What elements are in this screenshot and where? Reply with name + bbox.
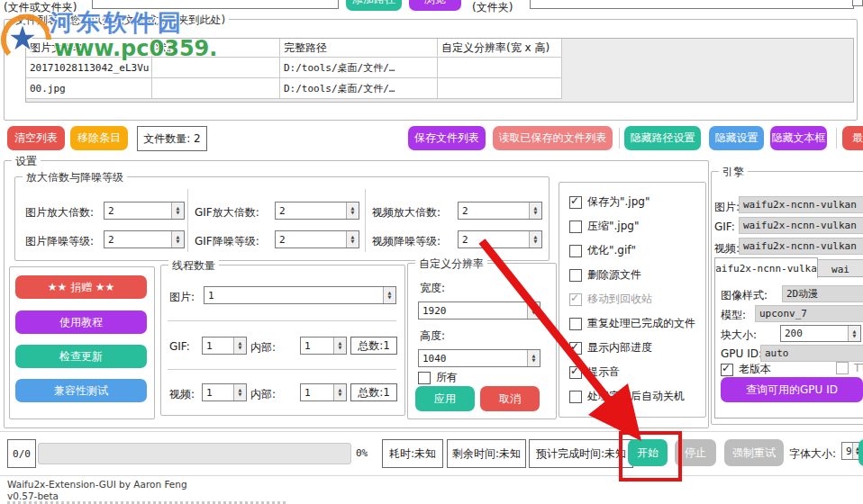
tab-waifu2x-ncnn-vulkan[interactable]: waifu2x-ncnn-vulkan [714, 257, 818, 278]
engine-image-select[interactable]: waifu2x-ncnn-vulkan [739, 196, 863, 213]
file-count-label: 文件数量: 2 [137, 126, 207, 151]
query-gpu-id-button[interactable]: 查询可用的GPU ID [721, 377, 863, 402]
cancel-button[interactable]: 取消 [480, 386, 540, 411]
gpu-id-label: GPU ID: [721, 347, 762, 360]
folder-path-input[interactable] [530, 0, 854, 9]
engine-gif-select[interactable]: waifu2x-ncnn-vulkan [739, 217, 863, 234]
thread-image-spinner[interactable]: 1▲▼ [204, 286, 396, 304]
checkbox-icon [569, 245, 582, 257]
video-scale-spinner[interactable]: 2▲▼ [458, 202, 542, 220]
clipped-red-button[interactable]: 最 [842, 126, 863, 150]
checkbox-reprocess-finished[interactable]: 重复处理已完成的文件 [569, 316, 695, 331]
image-scale-label: 图片放大倍数: [25, 205, 94, 220]
spinner-arrows-icon[interactable]: ▲▼ [529, 231, 541, 248]
table-header-status[interactable]: 状态 [152, 39, 280, 58]
old-version-checkbox[interactable]: 老版本 [721, 362, 771, 377]
progress-percent: 0% [356, 447, 368, 459]
custom-resolution-group-title: 自定义分辨率 [415, 256, 487, 272]
tta-checkbox[interactable]: TTA [836, 362, 863, 374]
model-label: 模型: [721, 308, 746, 323]
height-spinner[interactable]: 1040▲▼ [418, 349, 541, 367]
checkbox-label: TTA [854, 362, 863, 374]
file-path-input[interactable] [92, 0, 339, 9]
thread-video-label: 视频: [169, 387, 195, 402]
image-style-select[interactable]: 2D动漫 [782, 285, 863, 302]
checkbox-icon [569, 318, 582, 330]
add-path-button[interactable]: 添加路径 [346, 0, 402, 11]
thread-gif-spinner[interactable]: 1▲▼ [202, 337, 247, 355]
hide-path-settings-button[interactable]: 隐藏路径设置 [624, 126, 701, 150]
spinner-arrows-icon[interactable]: ▲▼ [171, 202, 184, 219]
gif-scale-spinner[interactable]: 2▲▼ [275, 202, 359, 220]
spinner-arrows-icon[interactable]: ▲▼ [848, 326, 860, 341]
checkbox-save-as-jpg[interactable]: 保存为".jpg" [569, 194, 650, 210]
clear-list-button[interactable]: 清空列表 [7, 126, 65, 150]
spinner-arrows-icon[interactable]: ▲▼ [383, 287, 395, 303]
gif-denoise-spinner[interactable]: 2▲▼ [275, 230, 359, 248]
compatibility-test-button[interactable]: 兼容性测试 [15, 379, 147, 402]
checkbox-delete-source[interactable]: 删除源文件 [569, 267, 641, 283]
checkbox-icon [569, 220, 582, 233]
remove-item-button[interactable]: 移除条目 [70, 126, 128, 150]
checkbox-compress-jpg[interactable]: 压缩".jpg" [569, 219, 639, 234]
checkbox-icon [418, 372, 431, 384]
spinner-arrows-icon[interactable]: ▲▼ [233, 338, 246, 354]
spinner-arrows-icon[interactable]: ▲▼ [527, 302, 540, 319]
check-update-button[interactable]: 检查更新 [15, 345, 147, 368]
footer-app-title: Waifu2x-Extension-GUI by Aaron Feng [7, 479, 187, 490]
checkbox-shutdown-when-done[interactable]: 处理完成后自动关机 [569, 389, 685, 404]
clipped-teal-button[interactable] [858, 439, 863, 466]
clipped-checkbox[interactable] [852, 0, 863, 6]
save-file-list-button[interactable]: 保存文件列表 [408, 126, 486, 150]
model-select[interactable]: upconv_7 [755, 305, 863, 322]
checkbox-notification-sound[interactable]: 提示音 [569, 364, 620, 380]
progress-counter: 0/0 [7, 439, 36, 468]
block-size-spinner[interactable]: 200▲▼ [780, 325, 861, 342]
image-scale-spinner[interactable]: 2▲▼ [104, 202, 185, 220]
thread-video-internal-label: 内部: [250, 387, 276, 402]
table-header-fullpath[interactable]: 完整路径 [280, 39, 438, 58]
thread-gif-internal-spinner[interactable]: 1▲▼ [300, 337, 347, 355]
hide-textbox-button[interactable]: 隐藏文本框 [770, 126, 827, 150]
tutorial-button[interactable]: 使用教程 [15, 310, 147, 334]
width-spinner[interactable]: 1920▲▼ [418, 302, 541, 320]
table-header-custom-resolution[interactable]: 自定义分辨率(宽 x 高) [438, 39, 562, 58]
checkbox-show-internal-progress[interactable]: 显示内部进度 [569, 340, 652, 356]
spinner-arrows-icon[interactable]: ▲▼ [171, 231, 184, 248]
cell-custom-resolution [438, 78, 562, 99]
checkbox-icon [569, 342, 582, 355]
force-retry-button[interactable]: 强制重试 [724, 439, 784, 466]
checkbox-icon [569, 196, 582, 209]
gpu-id-select[interactable]: auto [760, 345, 863, 362]
checkbox-optimize-gif[interactable]: 优化".gif" [569, 243, 636, 258]
checkbox-icon [569, 293, 582, 306]
table-header-filename[interactable]: 图片文件名 [26, 39, 152, 58]
thread-video-internal-spinner[interactable]: 1▲▼ [300, 383, 347, 401]
checkbox-icon [836, 362, 849, 374]
load-file-list-button[interactable]: 读取已保存的文件列表 [493, 126, 613, 150]
engine-video-select[interactable]: waifu2x-ncnn-vulkan [739, 238, 863, 255]
spinner-arrows-icon[interactable]: ▲▼ [233, 384, 246, 400]
spinner-arrows-icon[interactable]: ▲▼ [527, 350, 540, 366]
thread-count-group-title: 线程数量 [168, 258, 219, 274]
browse-button[interactable]: 浏览 [409, 0, 461, 11]
spinner-arrows-icon[interactable]: ▲▼ [333, 338, 346, 354]
image-denoise-spinner[interactable]: 2▲▼ [104, 230, 185, 248]
spinner-arrows-icon[interactable]: ▲▼ [333, 384, 346, 400]
toolbar-separator [619, 128, 620, 148]
video-denoise-spinner[interactable]: 2▲▼ [458, 230, 542, 248]
scale-denoise-group-title: 放大倍数与降噪等级 [23, 170, 127, 185]
group-separator [168, 320, 396, 321]
spinner-arrows-icon[interactable]: ▲▼ [529, 202, 541, 219]
all-checkbox[interactable]: 所有 [418, 370, 458, 385]
file-table: 图片文件名 状态 完整路径 自定义分辨率(宽 x 高) 201710281130… [25, 38, 854, 103]
checkbox-move-to-recycle-bin[interactable]: 移动到回收站 [569, 292, 652, 307]
stop-button[interactable]: 停止 [675, 439, 716, 466]
start-button[interactable]: 开始 [628, 439, 668, 466]
hide-settings-button[interactable]: 隐藏设置 [709, 126, 764, 150]
spinner-arrows-icon[interactable]: ▲▼ [346, 202, 359, 219]
thread-video-spinner[interactable]: 1▲▼ [202, 383, 247, 401]
apply-button[interactable]: 应用 [415, 386, 475, 411]
donate-button[interactable]: ★★ 捐赠 ★★ [15, 275, 147, 299]
spinner-arrows-icon[interactable]: ▲▼ [346, 231, 359, 248]
